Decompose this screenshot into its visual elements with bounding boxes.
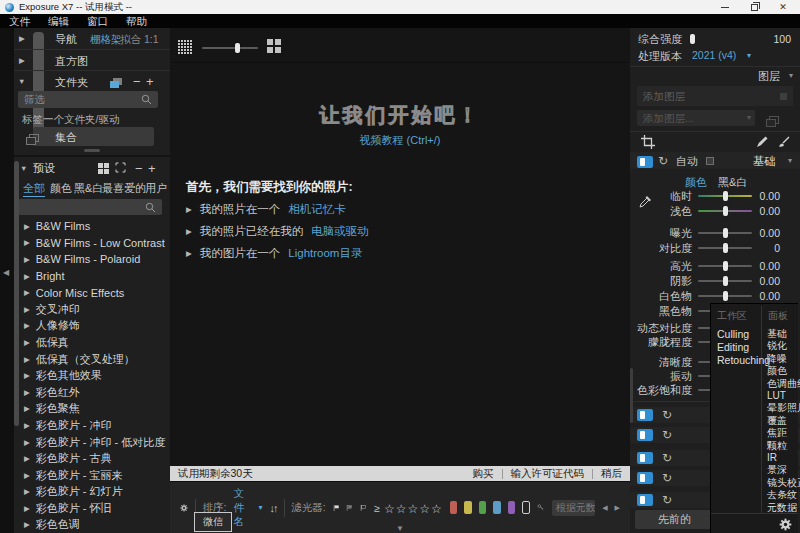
star-icon[interactable]: ☆ xyxy=(384,502,396,516)
key-icon[interactable] xyxy=(537,501,544,514)
section-enable-toggle[interactable] xyxy=(637,472,653,484)
add-layer-box[interactable]: 添加图层 xyxy=(637,86,793,106)
lightroom-catalog-link[interactable]: Lightroom目录 xyxy=(288,246,362,261)
preset-group[interactable]: ▶B&W Films - Polaroid xyxy=(14,251,170,268)
panel-item-destripe[interactable]: 去条纹 xyxy=(767,489,800,501)
workspace-item-retouching[interactable]: Retouching xyxy=(717,354,770,367)
panel-splitter-grip[interactable] xyxy=(84,149,100,152)
flag-unflagged-icon[interactable] xyxy=(360,502,367,514)
filmstrip-collapse-icon[interactable]: ▼ xyxy=(396,524,404,533)
panel-name-select[interactable]: 基础 xyxy=(753,154,776,169)
panel-item-focus[interactable]: 焦距 xyxy=(767,427,800,439)
collapse-left-panel-icon[interactable]: ◀ xyxy=(3,268,9,277)
star-icon[interactable]: ☆ xyxy=(407,502,419,516)
workspace-item-editing[interactable]: Editing xyxy=(717,341,770,354)
option-computer-drive[interactable]: ▶ 我的照片已经在我的 电脑或驱动 xyxy=(186,224,369,239)
preset-group[interactable]: ▶彩色其他效果 xyxy=(14,367,170,384)
flag-reject-icon[interactable] xyxy=(346,502,353,514)
view-mode-1to1[interactable]: 1:1 xyxy=(144,33,159,45)
previous-button[interactable]: 先前的 xyxy=(635,510,714,529)
close-button[interactable]: ✕ xyxy=(771,0,795,14)
reset-icon[interactable]: ↻ xyxy=(662,452,672,464)
sort-direction-button[interactable]: ↓↑ xyxy=(270,502,277,514)
preset-group[interactable]: ▶低保真 xyxy=(14,334,170,351)
reset-icon[interactable]: ↻ xyxy=(662,472,672,484)
metadata-filter-input[interactable]: 根据元数据过滤 xyxy=(552,500,596,516)
option-memory-card[interactable]: ▶ 我的照片在一个 相机记忆卡 xyxy=(186,202,346,217)
right-panel-scrollbar[interactable] xyxy=(630,368,633,423)
temp-slider[interactable] xyxy=(698,195,752,197)
settings-gear-icon[interactable] xyxy=(779,518,792,531)
color-filter-red[interactable] xyxy=(450,501,457,514)
thumbnail-size-small-icon[interactable] xyxy=(178,40,194,56)
panel-item-color[interactable]: 颜色 xyxy=(767,365,800,377)
view-mode-grid[interactable]: 棚格架 xyxy=(90,33,122,47)
menu-edit[interactable]: 编辑 xyxy=(39,14,78,28)
slider-thumb[interactable] xyxy=(690,34,695,44)
star-icon[interactable]: ☆ xyxy=(419,502,431,516)
preset-group[interactable]: ▶彩色色调 xyxy=(14,517,170,533)
reset-icon[interactable]: ↻ xyxy=(662,409,672,421)
later-link[interactable]: 稍后 xyxy=(601,467,622,481)
preset-tab-all[interactable]: 全部 xyxy=(23,181,45,197)
thumbnail-size-large-icon[interactable] xyxy=(267,39,282,54)
preset-group[interactable]: ▶彩色胶片 - 宝丽来 xyxy=(14,467,170,484)
workspace-item-culling[interactable]: Culling xyxy=(717,328,770,341)
slider-thumb[interactable] xyxy=(235,43,240,53)
video-tutorial-link[interactable]: 视频教程 (Ctrl+/) xyxy=(360,134,441,146)
add-preset-button[interactable]: + xyxy=(148,164,156,174)
section-enable-toggle[interactable] xyxy=(637,409,653,421)
color-filter-green[interactable] xyxy=(479,501,486,514)
option-lightroom[interactable]: ▶ 我的图片在一个 Lightroom目录 xyxy=(186,246,362,261)
color-filter-none[interactable] xyxy=(522,501,530,514)
process-version-select[interactable]: 2021 (v4) xyxy=(692,49,736,61)
rating-gte-icon[interactable]: ≥ xyxy=(374,502,380,514)
buy-link[interactable]: 购买 xyxy=(473,467,494,481)
folder-sync-icon[interactable] xyxy=(110,78,123,89)
panel-item-denoise[interactable]: 降噪 xyxy=(767,353,800,365)
preset-group[interactable]: ▶彩色胶片 - 古典 xyxy=(14,450,170,467)
folder-filter-input[interactable]: 筛选 xyxy=(18,91,158,108)
minimize-button[interactable] xyxy=(713,0,737,14)
panel-item-sharpen[interactable]: 锐化 xyxy=(767,340,800,352)
pen-icon[interactable] xyxy=(756,136,768,148)
section-enable-toggle[interactable] xyxy=(637,429,653,441)
panel-item-ir[interactable]: IR xyxy=(767,452,800,464)
basic-tab-bw[interactable]: 黑&白 xyxy=(718,175,747,190)
auto-option-checkbox[interactable] xyxy=(706,157,714,165)
add-folder-button[interactable]: + xyxy=(146,77,154,87)
expand-icon[interactable] xyxy=(115,162,126,173)
computer-drive-link[interactable]: 电脑或驱动 xyxy=(311,224,369,239)
pager-prev-icon[interactable]: ◀ xyxy=(602,504,607,512)
section-enable-toggle[interactable] xyxy=(637,494,653,506)
panel-item-grain[interactable]: 颗粒 xyxy=(767,440,800,452)
section-enable-toggle[interactable] xyxy=(637,452,653,464)
preset-group[interactable]: ▶彩色胶片 - 冲印 - 低对比度 xyxy=(14,434,170,451)
crop-icon[interactable] xyxy=(641,135,655,149)
highlights-slider[interactable] xyxy=(698,265,752,267)
preset-search-input[interactable] xyxy=(18,199,162,215)
preset-list-scrollbar[interactable] xyxy=(14,161,19,426)
add-layer-select[interactable]: 添加图层... ▾ xyxy=(637,110,755,126)
panel-item-overlay[interactable]: 覆盖 xyxy=(767,415,800,427)
preset-group[interactable]: ▶彩色胶片 - 幻灯片 xyxy=(14,484,170,501)
color-filter-yellow[interactable] xyxy=(464,501,471,514)
reset-icon[interactable]: ↻ xyxy=(658,155,668,167)
pager-next-icon[interactable]: ▶ xyxy=(615,504,620,512)
preset-group[interactable]: ▶彩色聚焦 xyxy=(14,401,170,418)
preset-group[interactable]: ▶交叉冲印 xyxy=(14,301,170,318)
flag-pick-icon[interactable] xyxy=(333,502,340,514)
preset-group[interactable]: ▶彩色胶片 - 冲印 xyxy=(14,417,170,434)
shadows-slider[interactable] xyxy=(698,280,752,282)
sort-field-select[interactable]: 文件名 xyxy=(234,487,252,529)
panel-item-tone-curve[interactable]: 色调曲线 xyxy=(767,378,800,390)
color-filter-blue[interactable] xyxy=(493,501,500,514)
restore-button[interactable] xyxy=(742,0,766,14)
preset-group[interactable]: ▶B&W Films xyxy=(14,218,170,235)
preset-tab-favorites[interactable]: 最喜爱的 xyxy=(102,181,146,196)
menu-help[interactable]: 帮助 xyxy=(117,14,156,28)
panel-item-bokeh[interactable]: 景深 xyxy=(767,464,800,476)
star-icon[interactable]: ☆ xyxy=(396,502,408,516)
panel-item-lut[interactable]: LUT xyxy=(767,390,800,402)
preset-tab-bw[interactable]: 黑&白 xyxy=(74,181,103,196)
